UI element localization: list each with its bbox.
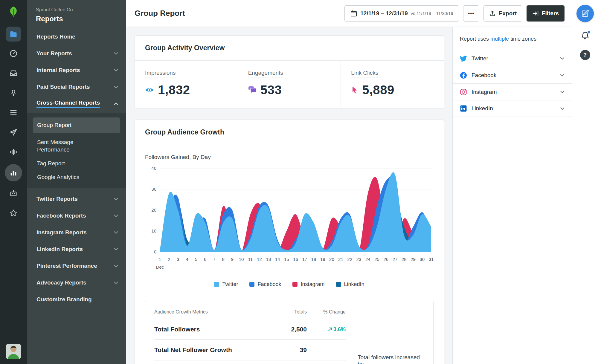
company-name: Sprout Coffee Co. [36, 7, 117, 13]
rail-pin-button[interactable] [5, 85, 22, 101]
app-icon-rail [0, 0, 27, 364]
audience-growth-metrics-box: Audience Growth Metrics Totals % Change … [145, 301, 434, 364]
sidebar-item-label: Twitter Reports [36, 196, 78, 202]
svg-text:10: 10 [239, 257, 244, 262]
sidebar-item-your-reports[interactable]: Your Reports [27, 45, 126, 62]
sidebar-item-label: LinkedIn Reports [36, 246, 83, 253]
sidebar-item-linkedin-reports[interactable]: LinkedIn Reports [27, 241, 126, 258]
row-label: Total Net Follower Growth [154, 346, 262, 354]
svg-text:20: 20 [151, 207, 156, 212]
sidebar-item-label: Facebook Reports [36, 212, 86, 219]
sidebar-item-instagram-reports[interactable]: Instagram Reports [27, 224, 126, 241]
group-activity-overview-card: Group Activity Overview Impressions 1,83… [135, 35, 444, 109]
card-title: Group Audience Growth [135, 120, 444, 145]
sidebar-item-label: Pinterest Performance [36, 263, 97, 269]
sidebar-item-advocacy-reports[interactable]: Advocacy Reports [27, 274, 126, 291]
svg-text:13: 13 [266, 257, 271, 262]
sidebar-item-reports-home[interactable]: Reports Home [27, 28, 126, 45]
sidebar-item-label: Customize Branding [36, 296, 92, 303]
network-row-instagram[interactable]: Instagram [453, 83, 572, 100]
sidebar-item-twitter-reports[interactable]: Twitter Reports [27, 191, 126, 207]
svg-text:0: 0 [154, 249, 156, 254]
legend-swatch [336, 282, 341, 287]
legend-label: LinkedIn [344, 281, 364, 287]
export-label: Export [499, 10, 517, 17]
user-avatar[interactable] [6, 344, 21, 359]
page-title: Group Report [135, 9, 185, 18]
metric-engagements: Engagements 533 [238, 61, 341, 108]
metric-label-impressions[interactable]: Impressions [145, 70, 176, 77]
row-total: 2,500 [262, 326, 307, 333]
sidebar-item-label: Reports Home [36, 33, 75, 40]
legend-item-instagram[interactable]: Instagram [292, 281, 324, 287]
submenu-item-group-report[interactable]: Group Report [33, 117, 120, 133]
submenu-item-tag-report[interactable]: Tag Report [27, 157, 126, 170]
legend-item-facebook[interactable]: Facebook [249, 281, 281, 287]
more-options-button[interactable]: ••• [463, 5, 479, 22]
sidebar-item-facebook-reports[interactable]: Facebook Reports [27, 207, 126, 224]
svg-text:30: 30 [151, 186, 156, 192]
svg-text:20: 20 [329, 257, 334, 262]
rail-publishing-button[interactable] [5, 125, 22, 140]
rail-reports-active-button[interactable] [5, 164, 22, 181]
rail-automation-button[interactable] [5, 186, 22, 201]
chevron-down-icon [560, 107, 565, 110]
chevron-down-icon [114, 281, 118, 284]
row-change-value: 3.6% [333, 326, 346, 333]
network-row-twitter[interactable]: Twitter [453, 50, 572, 67]
sidebar-item-label: Paid Social Reports [36, 84, 90, 90]
date-range-button[interactable]: 12/1/19 – 12/31/19 vs 11/1/19 – 11/30/19 [344, 5, 459, 22]
folder-icon [9, 30, 18, 38]
table-row: Total Net Follower Growth 39 [154, 340, 346, 360]
compose-button[interactable] [576, 5, 594, 22]
metric-label-link-clicks[interactable]: Link Clicks [351, 70, 378, 77]
eye-icon [145, 87, 154, 93]
rail-favorites-button[interactable] [5, 205, 22, 221]
chevron-down-icon [114, 264, 118, 267]
growth-summary: Total followers increased by 3.6% [358, 309, 424, 364]
rail-listening-button[interactable] [5, 144, 22, 160]
network-row-facebook[interactable]: Facebook [453, 67, 572, 83]
rail-dashboard-button[interactable] [5, 46, 22, 61]
cursor-icon [351, 86, 358, 94]
svg-text:9: 9 [231, 257, 234, 262]
svg-text:5: 5 [195, 257, 197, 262]
svg-text:2: 2 [168, 257, 170, 262]
legend-item-twitter[interactable]: Twitter [214, 281, 238, 287]
submenu-item-google-analytics[interactable]: Google Analytics [27, 170, 126, 184]
rail-feed-button[interactable] [5, 105, 22, 120]
rail-inbox-button[interactable] [5, 65, 22, 81]
rail-reports-folder-button[interactable] [6, 27, 21, 42]
chevron-down-icon [560, 74, 565, 77]
sidebar-item-internal-reports[interactable]: Internal Reports [27, 62, 126, 79]
export-icon [489, 10, 496, 17]
export-button[interactable]: Export [483, 5, 522, 22]
metric-link-clicks: Link Clicks 5,889 [341, 61, 444, 108]
svg-text:27: 27 [393, 257, 398, 262]
metric-label-engagements[interactable]: Engagements [248, 70, 283, 77]
timezone-multiple-link[interactable]: multiple [490, 36, 509, 42]
column-header-totals: Totals [262, 309, 307, 315]
submenu-item-sent-message-performance[interactable]: Sent Message Performance [27, 135, 111, 157]
notifications-button[interactable] [581, 31, 590, 41]
linkedin-icon [460, 105, 467, 112]
sidebar-item-pinterest-performance[interactable]: Pinterest Performance [27, 258, 126, 274]
filters-button[interactable]: Filters [527, 5, 565, 22]
row-label: Total Followers [154, 326, 262, 333]
sidebar-item-cross-channel-reports[interactable]: Cross-Channel Reports [27, 95, 126, 112]
group-audience-growth-card: Group Audience Growth Followers Gained, … [135, 120, 444, 364]
sidebar-item-paid-social-reports[interactable]: Paid Social Reports [27, 79, 126, 95]
sprout-logo-button[interactable] [7, 5, 20, 19]
legend-item-linkedin[interactable]: LinkedIn [336, 281, 364, 287]
network-row-linkedin[interactable]: LinkedIn [453, 100, 572, 117]
sidebar-item-customize-branding[interactable]: Customize Branding [27, 291, 126, 308]
submenu-item-label: Tag Report [37, 160, 65, 167]
help-button[interactable]: ? [580, 50, 590, 60]
svg-text:22: 22 [347, 257, 353, 262]
timezone-note: Report uses multiple time zones [453, 27, 572, 50]
svg-text:26: 26 [383, 257, 388, 262]
svg-text:6: 6 [204, 257, 206, 262]
chevron-down-icon [114, 231, 118, 234]
utility-rail: ? [572, 0, 598, 364]
sidebar-item-label: Your Reports [36, 50, 72, 57]
